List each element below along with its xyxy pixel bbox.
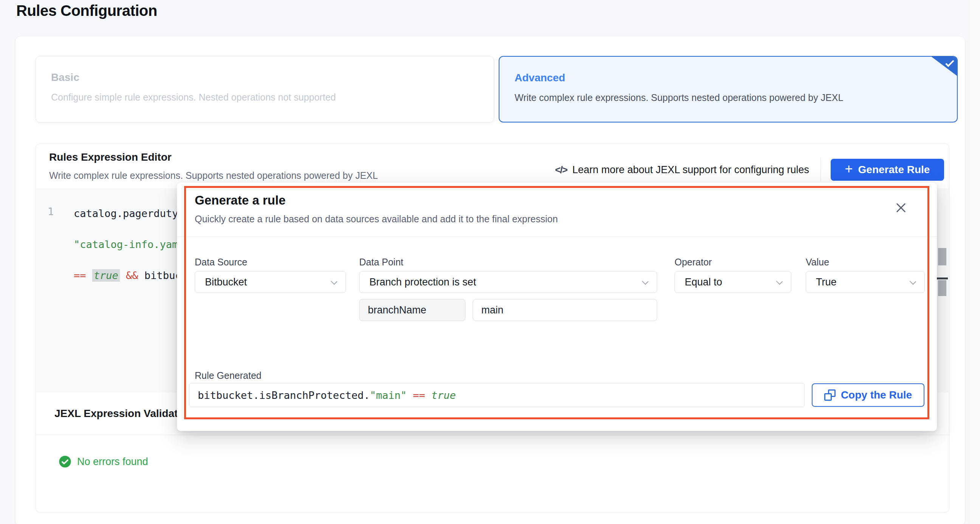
selected-badge xyxy=(931,56,958,76)
validation-heading: JEXL Expression Validation xyxy=(54,408,194,420)
chevron-down-icon xyxy=(910,278,916,285)
data-point-select[interactable]: Branch protection is set xyxy=(359,271,657,293)
learn-more-label: Learn more about JEXL support for config… xyxy=(573,164,809,176)
code-row-1: catalog.pagerduty xyxy=(74,207,178,219)
tab-advanced[interactable]: Advanced Write complex rule expressions.… xyxy=(499,56,958,123)
plus-icon: + xyxy=(845,162,853,176)
value-value: True xyxy=(816,276,837,288)
generate-rule-button-label: Generate Rule xyxy=(858,164,930,176)
tab-basic[interactable]: Basic Configure simple rule expressions.… xyxy=(35,56,494,123)
editor-header-actions: </> Learn more about JEXL support for co… xyxy=(555,158,944,182)
rule-value: true xyxy=(431,389,456,401)
value-label: Value xyxy=(806,257,829,268)
data-source-value: Bitbucket xyxy=(205,276,247,288)
page-title: Rules Configuration xyxy=(16,2,157,19)
data-point-value: Branch protection is set xyxy=(369,276,476,288)
tab-basic-description: Configure simple rule expressions. Neste… xyxy=(51,92,336,103)
param-name-input[interactable] xyxy=(359,299,465,321)
check-icon xyxy=(945,58,954,67)
data-point-label: Data Point xyxy=(359,257,403,268)
modal-title: Generate a rule xyxy=(195,193,285,207)
tab-advanced-description: Write complex rule expressions. Supports… xyxy=(515,92,843,103)
line-number: 1 xyxy=(48,205,54,217)
generate-rule-button[interactable]: + Generate Rule xyxy=(830,159,944,181)
chevron-down-icon xyxy=(642,278,648,285)
param-value-input[interactable] xyxy=(473,299,657,321)
value-select[interactable]: True xyxy=(806,271,925,293)
modal-subtitle: Quickly create a rule based on data sour… xyxy=(195,213,558,225)
validation-status: No errors found xyxy=(59,455,148,468)
header-divider xyxy=(821,158,821,182)
chevron-down-icon xyxy=(776,278,783,285)
chevron-down-icon xyxy=(331,278,337,285)
code-operator-and: && xyxy=(126,269,138,281)
rule-operator: == xyxy=(413,389,425,401)
tab-advanced-title: Advanced xyxy=(515,72,565,84)
data-source-select[interactable]: Bitbucket xyxy=(195,271,346,293)
code-row-2: "catalog-info.yam xyxy=(74,239,178,250)
section-divider xyxy=(36,435,949,435)
copy-rule-button[interactable]: Copy the Rule xyxy=(812,383,924,407)
editor-scrollbar-marker xyxy=(935,277,948,279)
operator-select[interactable]: Equal to xyxy=(675,271,791,293)
code-operator-eq: == xyxy=(74,269,86,281)
generate-rule-modal: Generate a rule Quickly create a rule ba… xyxy=(177,183,937,431)
code-content: catalog.pagerduty "catalog-info.yam == t… xyxy=(74,205,188,283)
close-icon[interactable] xyxy=(894,202,907,214)
rule-string: "main" xyxy=(370,389,407,401)
data-source-label: Data Source xyxy=(195,257,247,268)
rule-generated-output: bitbucket.isBranchProtected."main" == tr… xyxy=(189,383,805,407)
editor-scrollbar-thumb[interactable] xyxy=(938,248,947,265)
editor-title: Rules Expression Editor xyxy=(49,151,172,163)
modal-divider xyxy=(177,236,937,237)
check-circle-icon xyxy=(59,455,72,468)
code-icon: </> xyxy=(555,164,567,176)
page-scrollbar[interactable] xyxy=(969,0,980,524)
operator-value: Equal to xyxy=(685,276,722,288)
copy-rule-button-label: Copy the Rule xyxy=(841,389,912,401)
code-true-literal: true xyxy=(92,269,120,282)
learn-more-jexl-link[interactable]: </> Learn more about JEXL support for co… xyxy=(555,164,809,176)
rule-generated-label: Rule Generated xyxy=(195,370,262,381)
copy-icon xyxy=(824,389,835,401)
tab-basic-title: Basic xyxy=(51,72,80,84)
rule-base: bitbucket.isBranchProtected. xyxy=(198,389,370,401)
editor-scrollbar-thumb[interactable] xyxy=(938,280,947,296)
validation-status-text: No errors found xyxy=(77,456,148,468)
editor-subtitle: Write complex rule expressions. Supports… xyxy=(49,170,378,181)
operator-label: Operator xyxy=(675,257,712,268)
